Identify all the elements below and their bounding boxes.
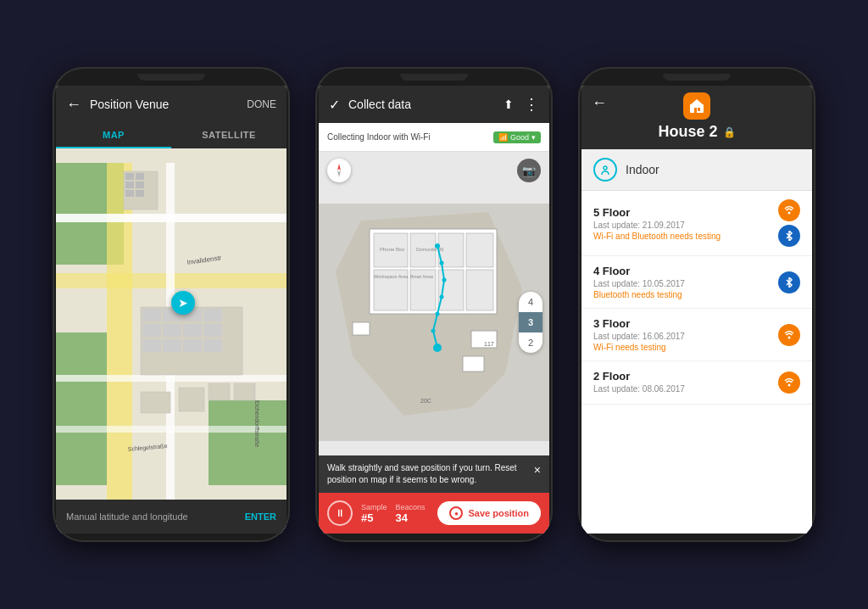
svg-marker-65 bbox=[337, 170, 341, 177]
phone2-map[interactable]: Phone Box Dormunder (8) Workspace Area B… bbox=[319, 152, 549, 493]
floors-list: 5 Floor Last update: 21.09.2017 Wi-Fi an… bbox=[581, 191, 812, 534]
floor-5-name: 5 Floor bbox=[593, 206, 778, 219]
floor-item-2[interactable]: 2 Floor Last update: 08.06.2017 bbox=[581, 361, 812, 405]
svg-rect-13 bbox=[136, 173, 144, 180]
svg-rect-61 bbox=[463, 356, 484, 372]
phone2-tooltip: Walk straightly and save position if you… bbox=[319, 455, 549, 493]
phone-2-screen: ✓ Collect data ⬆ ⋮ Collecting Indoor wit… bbox=[319, 86, 549, 534]
floor-4-status: Bluetooth needs testing bbox=[593, 290, 778, 299]
phone2-title: Collect data bbox=[348, 98, 504, 111]
back-arrow-icon[interactable]: ← bbox=[66, 96, 81, 114]
phone1-footer: Manual latitude and longitude ENTER bbox=[56, 500, 287, 534]
floor-4-date: Last update: 10.05.2017 bbox=[593, 279, 778, 288]
svg-rect-31 bbox=[179, 388, 204, 411]
camera-button[interactable]: 📷 bbox=[517, 159, 541, 182]
svg-rect-43 bbox=[466, 233, 493, 267]
floor-item-3[interactable]: 3 Floor Last update: 16.06.2017 Wi-Fi ne… bbox=[581, 309, 812, 361]
floor-3-icons bbox=[778, 324, 800, 346]
svg-rect-68 bbox=[694, 108, 697, 113]
svg-point-55 bbox=[442, 278, 447, 282]
svg-rect-24 bbox=[183, 324, 202, 337]
phone3-back-arrow-icon[interactable]: ← bbox=[592, 94, 607, 112]
floor-selector[interactable]: 4 3 2 bbox=[519, 292, 542, 353]
location-marker[interactable]: ➤ bbox=[171, 291, 195, 315]
phones-container: ← Position Venue DONE MAP SATELLITE bbox=[36, 50, 832, 559]
collecting-status-text: Collecting Indoor with Wi-Fi bbox=[327, 132, 493, 142]
svg-rect-28 bbox=[183, 339, 202, 352]
wifi-badge-5[interactable] bbox=[778, 199, 800, 221]
svg-rect-2 bbox=[56, 332, 107, 485]
bluetooth-badge-5[interactable] bbox=[778, 225, 800, 247]
svg-rect-21 bbox=[203, 309, 222, 321]
svg-rect-12 bbox=[125, 182, 134, 188]
save-position-label: Save position bbox=[468, 508, 529, 518]
tooltip-close-button[interactable]: × bbox=[534, 462, 541, 479]
svg-rect-26 bbox=[142, 339, 161, 352]
floor-5-icons bbox=[778, 199, 800, 247]
indoor-section-row[interactable]: Indoor bbox=[581, 149, 812, 191]
wifi-signal-icon: 📶 bbox=[498, 133, 508, 142]
beacons-value: 34 bbox=[396, 511, 426, 524]
floor-2-icons bbox=[778, 372, 800, 394]
good-badge: 📶 Good ▾ bbox=[493, 131, 541, 143]
lock-icon: 🔒 bbox=[723, 126, 736, 138]
svg-text:Phone Box: Phone Box bbox=[380, 247, 404, 252]
phone-3-notch bbox=[663, 74, 731, 81]
tab-map[interactable]: MAP bbox=[56, 123, 171, 148]
floor-2-date: Last update: 08.06.2017 bbox=[593, 384, 778, 394]
phone1-enter-button[interactable]: ENTER bbox=[245, 511, 276, 522]
svg-rect-29 bbox=[203, 339, 222, 352]
svg-point-72 bbox=[788, 336, 791, 338]
svg-text:117: 117 bbox=[484, 341, 494, 347]
svg-text:Dormunder (8): Dormunder (8) bbox=[416, 247, 444, 252]
svg-point-52 bbox=[433, 344, 442, 352]
upload-icon[interactable]: ⬆ bbox=[504, 98, 514, 111]
svg-point-57 bbox=[436, 312, 440, 316]
sample-value: #5 bbox=[361, 511, 387, 524]
phone1-done-button[interactable]: DONE bbox=[247, 98, 276, 110]
more-options-icon[interactable]: ⋮ bbox=[524, 95, 539, 114]
floor-item-5[interactable]: 5 Floor Last update: 21.09.2017 Wi-Fi an… bbox=[581, 191, 812, 256]
floor-2-name: 2 Floor bbox=[593, 370, 778, 383]
svg-rect-9 bbox=[56, 426, 287, 433]
dropdown-arrow-icon[interactable]: ▾ bbox=[531, 133, 536, 142]
bluetooth-badge-4[interactable] bbox=[778, 271, 800, 293]
floor-5-status: Wi-Fi and Bluetooth needs testing bbox=[593, 232, 778, 241]
phone1-map[interactable]: Invalidenstr Eichendorffstraße Schlegels… bbox=[56, 148, 287, 500]
venue-title: House 2 🔒 bbox=[658, 123, 735, 141]
svg-point-58 bbox=[431, 329, 436, 333]
svg-text:20C: 20C bbox=[420, 398, 431, 404]
wifi-badge-2[interactable] bbox=[778, 372, 800, 394]
svg-rect-14 bbox=[136, 182, 144, 188]
svg-rect-25 bbox=[203, 324, 222, 337]
phone1-tabs: MAP SATELLITE bbox=[56, 123, 287, 148]
svg-point-56 bbox=[440, 295, 444, 299]
phone-3: ← House 2 🔒 bbox=[578, 67, 815, 542]
floor-5-info: 5 Floor Last update: 21.09.2017 Wi-Fi an… bbox=[593, 206, 778, 241]
sample-info: Sample #5 bbox=[361, 503, 387, 524]
save-position-button[interactable]: ● Save position bbox=[437, 501, 541, 525]
phone2-header: ✓ Collect data ⬆ ⋮ bbox=[319, 86, 549, 123]
floor-3-status: Wi-Fi needs testing bbox=[593, 343, 778, 352]
tooltip-message: Walk straightly and save position if you… bbox=[327, 462, 527, 486]
svg-rect-23 bbox=[163, 324, 181, 337]
floor-item-4[interactable]: 4 Floor Last update: 10.05.2017 Bluetoot… bbox=[581, 256, 812, 309]
floor-5-date: Last update: 21.09.2017 bbox=[593, 221, 778, 230]
svg-rect-16 bbox=[136, 190, 144, 197]
pause-button[interactable]: ⏸ bbox=[327, 500, 353, 526]
house-title-text: House 2 bbox=[658, 123, 717, 141]
save-position-icon: ● bbox=[449, 506, 463, 520]
svg-rect-59 bbox=[353, 322, 370, 335]
wifi-badge-3[interactable] bbox=[778, 324, 800, 346]
beacons-info: Beacons 34 bbox=[396, 503, 426, 524]
svg-text:Break Areas: Break Areas bbox=[410, 274, 434, 279]
svg-rect-22 bbox=[142, 324, 161, 337]
floor-4[interactable]: 4 bbox=[519, 292, 542, 312]
check-icon: ✓ bbox=[329, 97, 340, 113]
svg-point-73 bbox=[788, 384, 791, 387]
svg-rect-32 bbox=[209, 383, 230, 400]
floor-3[interactable]: 3 bbox=[519, 312, 542, 332]
phone-3-screen: ← House 2 🔒 bbox=[581, 86, 812, 534]
tab-satellite[interactable]: SATELLITE bbox=[171, 123, 287, 148]
beacons-label: Beacons bbox=[396, 503, 426, 511]
